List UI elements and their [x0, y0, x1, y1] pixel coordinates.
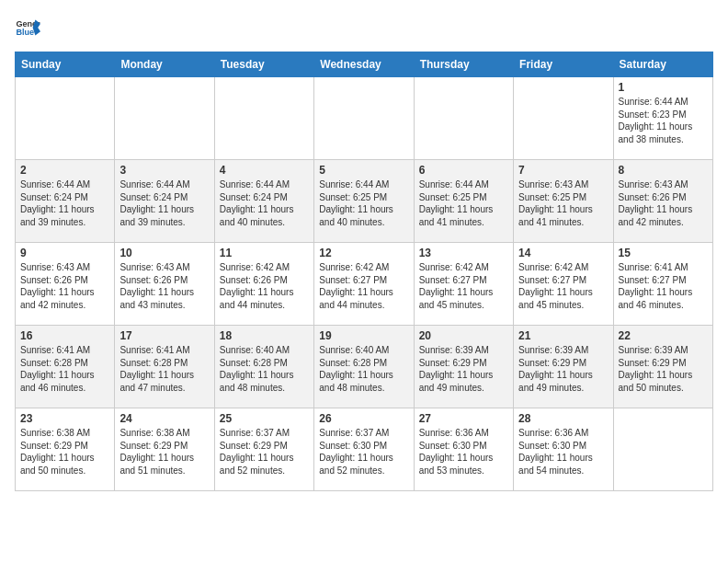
calendar-cell: 16Sunrise: 6:41 AM Sunset: 6:28 PM Dayli… [16, 326, 115, 408]
calendar-cell: 21Sunrise: 6:39 AM Sunset: 6:29 PM Dayli… [514, 326, 613, 408]
day-number: 20 [419, 329, 508, 342]
day-number: 1 [619, 81, 708, 94]
day-number: 26 [319, 412, 408, 425]
day-info: Sunrise: 6:37 AM Sunset: 6:30 PM Dayligh… [319, 427, 408, 477]
day-info: Sunrise: 6:42 AM Sunset: 6:27 PM Dayligh… [319, 261, 408, 311]
col-header-friday: Friday [514, 52, 613, 77]
day-number: 13 [419, 247, 508, 259]
day-info: Sunrise: 6:37 AM Sunset: 6:29 PM Dayligh… [220, 427, 309, 477]
day-number: 28 [518, 412, 608, 425]
day-number: 23 [20, 412, 109, 425]
day-info: Sunrise: 6:43 AM Sunset: 6:26 PM Dayligh… [119, 261, 209, 311]
day-number: 9 [20, 247, 109, 259]
col-header-thursday: Thursday [414, 52, 513, 77]
calendar-cell: 14Sunrise: 6:42 AM Sunset: 6:27 PM Dayli… [514, 243, 613, 326]
day-info: Sunrise: 6:44 AM Sunset: 6:25 PM Dayligh… [319, 178, 408, 228]
calendar-cell: 18Sunrise: 6:40 AM Sunset: 6:28 PM Dayli… [214, 326, 313, 408]
day-info: Sunrise: 6:44 AM Sunset: 6:23 PM Dayligh… [619, 96, 708, 145]
day-number: 14 [518, 247, 608, 259]
day-info: Sunrise: 6:38 AM Sunset: 6:29 PM Dayligh… [20, 427, 109, 477]
calendar-cell [514, 77, 613, 160]
day-info: Sunrise: 6:40 AM Sunset: 6:28 PM Dayligh… [319, 344, 408, 394]
calendar-week-row: 23Sunrise: 6:38 AM Sunset: 6:29 PM Dayli… [16, 408, 713, 491]
page-header: General Blue [15, 15, 713, 40]
day-info: Sunrise: 6:41 AM Sunset: 6:28 PM Dayligh… [119, 344, 209, 394]
day-number: 6 [419, 164, 508, 177]
logo: General Blue [15, 15, 40, 40]
day-number: 4 [220, 164, 309, 177]
calendar-table: SundayMondayTuesdayWednesdayThursdayFrid… [15, 52, 713, 491]
day-number: 22 [619, 329, 708, 342]
calendar-cell [414, 77, 513, 160]
calendar-cell [115, 77, 214, 160]
calendar-week-row: 2Sunrise: 6:44 AM Sunset: 6:24 PM Daylig… [16, 160, 713, 243]
day-info: Sunrise: 6:44 AM Sunset: 6:25 PM Dayligh… [419, 178, 508, 228]
day-number: 7 [518, 164, 608, 177]
calendar-cell: 10Sunrise: 6:43 AM Sunset: 6:26 PM Dayli… [115, 243, 214, 326]
calendar-cell: 3Sunrise: 6:44 AM Sunset: 6:24 PM Daylig… [115, 160, 214, 243]
calendar-cell: 1Sunrise: 6:44 AM Sunset: 6:23 PM Daylig… [613, 77, 712, 160]
day-info: Sunrise: 6:40 AM Sunset: 6:28 PM Dayligh… [220, 344, 309, 394]
day-number: 24 [119, 412, 209, 425]
day-number: 25 [220, 412, 309, 425]
calendar-cell: 2Sunrise: 6:44 AM Sunset: 6:24 PM Daylig… [16, 160, 115, 243]
day-number: 10 [119, 247, 209, 259]
calendar-cell: 15Sunrise: 6:41 AM Sunset: 6:27 PM Dayli… [613, 243, 712, 326]
day-info: Sunrise: 6:44 AM Sunset: 6:24 PM Dayligh… [220, 178, 309, 228]
day-number: 27 [419, 412, 508, 425]
day-number: 15 [619, 247, 708, 259]
calendar-cell: 12Sunrise: 6:42 AM Sunset: 6:27 PM Dayli… [314, 243, 414, 326]
svg-text:Blue: Blue [16, 28, 34, 37]
day-info: Sunrise: 6:43 AM Sunset: 6:26 PM Dayligh… [619, 178, 708, 228]
day-number: 2 [20, 164, 109, 177]
col-header-sunday: Sunday [16, 52, 115, 77]
calendar-cell [214, 77, 313, 160]
day-number: 18 [220, 329, 309, 342]
calendar-cell: 19Sunrise: 6:40 AM Sunset: 6:28 PM Dayli… [314, 326, 414, 408]
day-info: Sunrise: 6:44 AM Sunset: 6:24 PM Dayligh… [20, 178, 109, 228]
day-number: 21 [518, 329, 608, 342]
day-info: Sunrise: 6:36 AM Sunset: 6:30 PM Dayligh… [518, 427, 608, 477]
day-info: Sunrise: 6:42 AM Sunset: 6:26 PM Dayligh… [220, 261, 309, 311]
calendar-cell: 20Sunrise: 6:39 AM Sunset: 6:29 PM Dayli… [414, 326, 513, 408]
calendar-cell [314, 77, 414, 160]
calendar-week-row: 16Sunrise: 6:41 AM Sunset: 6:28 PM Dayli… [16, 326, 713, 408]
calendar-cell: 23Sunrise: 6:38 AM Sunset: 6:29 PM Dayli… [16, 408, 115, 491]
day-info: Sunrise: 6:43 AM Sunset: 6:25 PM Dayligh… [518, 178, 608, 228]
calendar-week-row: 9Sunrise: 6:43 AM Sunset: 6:26 PM Daylig… [16, 243, 713, 326]
day-info: Sunrise: 6:39 AM Sunset: 6:29 PM Dayligh… [419, 344, 508, 394]
calendar-cell: 9Sunrise: 6:43 AM Sunset: 6:26 PM Daylig… [16, 243, 115, 326]
col-header-wednesday: Wednesday [314, 52, 414, 77]
col-header-saturday: Saturday [613, 52, 712, 77]
calendar-cell: 26Sunrise: 6:37 AM Sunset: 6:30 PM Dayli… [314, 408, 414, 491]
day-info: Sunrise: 6:44 AM Sunset: 6:24 PM Dayligh… [119, 178, 209, 228]
calendar-cell: 27Sunrise: 6:36 AM Sunset: 6:30 PM Dayli… [414, 408, 513, 491]
day-info: Sunrise: 6:41 AM Sunset: 6:27 PM Dayligh… [619, 261, 708, 311]
col-header-tuesday: Tuesday [214, 52, 313, 77]
day-number: 19 [319, 329, 408, 342]
calendar-cell: 22Sunrise: 6:39 AM Sunset: 6:29 PM Dayli… [613, 326, 712, 408]
day-info: Sunrise: 6:43 AM Sunset: 6:26 PM Dayligh… [20, 261, 109, 311]
calendar-cell: 11Sunrise: 6:42 AM Sunset: 6:26 PM Dayli… [214, 243, 313, 326]
calendar-cell: 13Sunrise: 6:42 AM Sunset: 6:27 PM Dayli… [414, 243, 513, 326]
calendar-week-row: 1Sunrise: 6:44 AM Sunset: 6:23 PM Daylig… [16, 77, 713, 160]
calendar-cell [613, 408, 712, 491]
col-header-monday: Monday [115, 52, 214, 77]
day-number: 8 [619, 164, 708, 177]
calendar-cell: 25Sunrise: 6:37 AM Sunset: 6:29 PM Dayli… [214, 408, 313, 491]
calendar-cell: 28Sunrise: 6:36 AM Sunset: 6:30 PM Dayli… [514, 408, 613, 491]
day-info: Sunrise: 6:41 AM Sunset: 6:28 PM Dayligh… [20, 344, 109, 394]
day-info: Sunrise: 6:36 AM Sunset: 6:30 PM Dayligh… [419, 427, 508, 477]
day-info: Sunrise: 6:39 AM Sunset: 6:29 PM Dayligh… [619, 344, 708, 394]
calendar-cell: 5Sunrise: 6:44 AM Sunset: 6:25 PM Daylig… [314, 160, 414, 243]
day-info: Sunrise: 6:42 AM Sunset: 6:27 PM Dayligh… [518, 261, 608, 311]
day-info: Sunrise: 6:38 AM Sunset: 6:29 PM Dayligh… [119, 427, 209, 477]
calendar-cell: 6Sunrise: 6:44 AM Sunset: 6:25 PM Daylig… [414, 160, 513, 243]
day-number: 17 [119, 329, 209, 342]
calendar-header-row: SundayMondayTuesdayWednesdayThursdayFrid… [16, 52, 713, 77]
day-info: Sunrise: 6:42 AM Sunset: 6:27 PM Dayligh… [419, 261, 508, 311]
calendar-cell [16, 77, 115, 160]
day-number: 11 [220, 247, 309, 259]
calendar-cell: 4Sunrise: 6:44 AM Sunset: 6:24 PM Daylig… [214, 160, 313, 243]
calendar-cell: 24Sunrise: 6:38 AM Sunset: 6:29 PM Dayli… [115, 408, 214, 491]
